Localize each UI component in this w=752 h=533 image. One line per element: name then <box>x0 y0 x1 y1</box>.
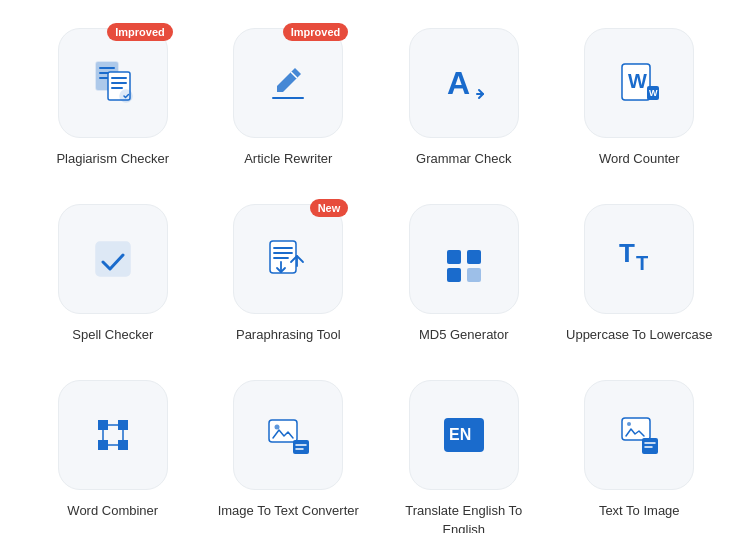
tool-card-translate-english[interactable]: EN Translate English To English <box>381 372 547 533</box>
tool-label-word-combiner: Word Combiner <box>67 502 158 520</box>
tool-badge-article-rewriter: Improved <box>283 23 349 41</box>
tool-icon-wrapper-md5-generator <box>409 204 519 314</box>
tool-icon-wrapper-word-counter: W W <box>584 28 694 138</box>
svg-text:T: T <box>636 252 648 274</box>
tool-label-spell-checker: Spell Checker <box>72 326 153 344</box>
tool-card-word-combiner[interactable]: Word Combiner <box>30 372 196 533</box>
tool-icon-wrapper-image-to-text <box>233 380 343 490</box>
tool-label-plagiarism-checker: Plagiarism Checker <box>56 150 169 168</box>
svg-text:A: A <box>447 65 470 101</box>
tool-label-image-to-text: Image To Text Converter <box>218 502 359 520</box>
svg-rect-13 <box>467 250 481 264</box>
tool-icon-wrapper-paraphrasing-tool: New <box>233 204 343 314</box>
svg-rect-10 <box>96 242 130 276</box>
svg-text:EN: EN <box>449 426 471 443</box>
tool-badge-paraphrasing-tool: New <box>310 199 349 217</box>
svg-point-19 <box>275 425 280 430</box>
svg-rect-15 <box>467 268 481 282</box>
tool-label-md5-generator: MD5 Generator <box>419 326 509 344</box>
tool-icon-wrapper-spell-checker <box>58 204 168 314</box>
tool-icon-wrapper-article-rewriter: Improved <box>233 28 343 138</box>
tool-label-text-to-image: Text To Image <box>599 502 680 520</box>
tool-card-word-counter[interactable]: W W Word Counter <box>557 20 723 176</box>
tool-icon-wrapper-grammar-check: A <box>409 28 519 138</box>
svg-rect-11 <box>270 241 296 273</box>
tool-label-word-counter: Word Counter <box>599 150 680 168</box>
svg-rect-25 <box>642 438 658 454</box>
tool-badge-plagiarism-checker: Improved <box>107 23 173 41</box>
svg-rect-20 <box>293 440 309 454</box>
tool-card-article-rewriter[interactable]: Improved Article Rewriter <box>206 20 372 176</box>
svg-rect-12 <box>447 250 461 264</box>
svg-text:W: W <box>628 70 647 92</box>
tool-label-translate-english: Translate English To English <box>385 502 543 533</box>
tool-card-uppercase-lowercase[interactable]: T T Uppercase To Lowercase <box>557 196 723 352</box>
tool-card-md5-generator[interactable]: MD5 Generator <box>381 196 547 352</box>
tool-label-paraphrasing-tool: Paraphrasing Tool <box>236 326 341 344</box>
tool-card-image-to-text[interactable]: Image To Text Converter <box>206 372 372 533</box>
tool-label-grammar-check: Grammar Check <box>416 150 511 168</box>
tool-icon-wrapper-plagiarism-checker: Improved <box>58 28 168 138</box>
tool-icon-wrapper-translate-english: EN <box>409 380 519 490</box>
tool-card-text-to-image[interactable]: Text To Image <box>557 372 723 533</box>
tools-grid: Improved Plagiarism CheckerImproved Arti… <box>0 0 752 533</box>
tool-icon-wrapper-text-to-image <box>584 380 694 490</box>
tool-card-spell-checker[interactable]: Spell Checker <box>30 196 196 352</box>
tool-card-plagiarism-checker[interactable]: Improved Plagiarism Checker <box>30 20 196 176</box>
svg-rect-14 <box>447 268 461 282</box>
tool-card-grammar-check[interactable]: A Grammar Check <box>381 20 547 176</box>
tool-card-paraphrasing-tool[interactable]: New Paraphrasing Tool <box>206 196 372 352</box>
svg-point-24 <box>627 422 631 426</box>
tool-label-uppercase-lowercase: Uppercase To Lowercase <box>566 326 712 344</box>
svg-text:T: T <box>619 238 635 268</box>
tool-label-article-rewriter: Article Rewriter <box>244 150 332 168</box>
svg-text:W: W <box>649 88 658 98</box>
tool-icon-wrapper-word-combiner <box>58 380 168 490</box>
tool-icon-wrapper-uppercase-lowercase: T T <box>584 204 694 314</box>
